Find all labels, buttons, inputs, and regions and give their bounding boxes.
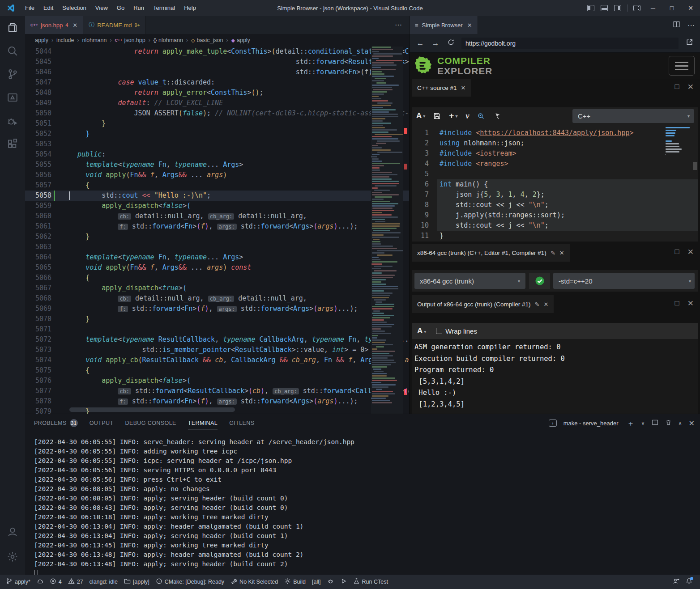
breadcrumb-item[interactable]: ◇basic_json <box>191 37 223 43</box>
sidebar-item-account-icon[interactable] <box>0 520 25 543</box>
menu-file[interactable]: File <box>21 0 39 16</box>
split-terminal-icon[interactable] <box>652 419 658 428</box>
maximize-pane-icon[interactable]: □ <box>674 82 679 92</box>
menu-help[interactable]: Help <box>179 0 201 16</box>
sidebar-item-run-debug-icon[interactable] <box>0 109 25 132</box>
customize-layout-icon[interactable] <box>633 5 640 11</box>
maximize-pane-icon[interactable]: □ <box>674 299 679 308</box>
panel-tab-output[interactable]: OUTPUT <box>90 414 114 432</box>
toggle-panel-icon[interactable] <box>601 5 608 11</box>
tab-readme-md[interactable]: ⓘREADME.md9+ <box>83 16 146 34</box>
ce-compiler-tab[interactable]: x86-64 gcc (trunk) (C++, Editor #1, Comp… <box>412 244 570 262</box>
statusbar-cmake-launch[interactable] <box>337 575 350 589</box>
breadcrumb-item[interactable]: C++json.hpp <box>115 37 145 43</box>
close-pane-icon[interactable]: ✕ <box>687 247 694 257</box>
terminal-output[interactable]: [2022-04-30 06:05:55] INFO: serve_header… <box>34 437 696 575</box>
statusbar-cmake-target[interactable]: [all] <box>309 575 324 589</box>
breadcrumb-item[interactable]: include <box>56 37 74 43</box>
statusbar-git-branch-status[interactable]: apply* <box>3 575 34 589</box>
statusbar-cmake-debug[interactable] <box>324 575 337 589</box>
statusbar-cmake-kit[interactable]: No Kit Selected <box>227 575 281 589</box>
wrap-lines-checkbox[interactable]: Wrap lines <box>436 327 477 335</box>
maximize-panel-icon[interactable]: ∧ <box>679 420 682 426</box>
terminal-dropdown-icon[interactable]: ∨ <box>641 420 645 426</box>
close-window-button[interactable]: ✕ <box>681 0 700 16</box>
statusbar-cmake-folder[interactable]: [apply] <box>121 575 153 589</box>
breadcrumb-item[interactable]: apply <box>35 37 48 43</box>
close-pane-icon[interactable]: ✕ <box>544 301 549 308</box>
panel-tab-problems[interactable]: PROBLEMS31 <box>34 414 78 432</box>
open-external-icon[interactable] <box>685 38 694 48</box>
statusbar-error-count[interactable]: 4 <box>47 575 65 589</box>
url-input[interactable] <box>461 38 679 49</box>
vim-toggle-icon[interactable]: v <box>465 111 469 121</box>
sidebar-item-settings-icon[interactable] <box>0 545 25 568</box>
statusbar-feedback[interactable] <box>670 575 683 589</box>
close-panel-icon[interactable]: ✕ <box>689 419 695 428</box>
kill-terminal-icon[interactable] <box>665 419 672 428</box>
back-icon[interactable]: ← <box>416 39 425 48</box>
more-actions-icon[interactable]: ⋯ <box>687 21 696 30</box>
ce-output-tab[interactable]: Output of x86-64 gcc (trunk) (Compiler #… <box>412 295 554 313</box>
breadcrumb-item[interactable]: ◆apply <box>231 37 250 43</box>
rename-pane-icon[interactable]: ✎ <box>535 301 540 308</box>
maximize-pane-icon[interactable]: □ <box>674 247 679 257</box>
tab-json-hpp[interactable]: C++json.hpp4✕ <box>25 16 83 34</box>
panel-tab-gitlens[interactable]: GITLENS <box>229 414 254 432</box>
statusbar-cmake-status[interactable]: CMake: [Debug]: Ready <box>153 575 227 589</box>
code-editor[interactable]: 5044 return apply_make_tuple<ConstThis>(… <box>25 47 409 414</box>
font-size-button[interactable]: A▾ <box>417 326 426 335</box>
sidebar-item-extensions-icon[interactable] <box>0 132 25 156</box>
sidebar-item-source-control-icon[interactable] <box>0 63 25 86</box>
new-terminal-icon[interactable]: ＋ <box>627 418 634 428</box>
menu-selection[interactable]: Selection <box>58 0 90 16</box>
breadcrumb-item[interactable]: nlohmann <box>82 37 107 43</box>
sidebar-item-explorer-icon[interactable] <box>0 16 25 39</box>
close-tab-icon[interactable]: ✕ <box>73 22 77 29</box>
panel-tab-debug-console[interactable]: DEBUG CONSOLE <box>125 414 176 432</box>
panel-tab-terminal[interactable]: TERMINAL <box>188 414 218 432</box>
ce-source-tab[interactable]: C++ source #1 ✕ <box>412 79 471 97</box>
statusbar-notifications[interactable] <box>683 575 696 589</box>
compiler-select[interactable]: x86-64 gcc (trunk) ▾ <box>414 273 525 289</box>
forward-icon[interactable]: → <box>431 39 440 48</box>
save-icon[interactable] <box>433 112 441 120</box>
statusbar-cmake-build[interactable]: Build <box>281 575 309 589</box>
cursor-tool-icon[interactable] <box>493 112 500 120</box>
menu-go[interactable]: Go <box>112 0 129 16</box>
sidebar-item-search-icon[interactable] <box>0 39 25 63</box>
menu-edit[interactable]: Edit <box>39 0 58 16</box>
ce-menu-button[interactable] <box>669 56 695 76</box>
ce-source-editor[interactable]: 1#include <https://localhost:8443/apply/… <box>412 124 698 242</box>
reload-icon[interactable] <box>446 38 455 48</box>
minimize-button[interactable]: ─ <box>644 0 662 16</box>
statusbar-publish-changes[interactable] <box>34 575 47 589</box>
minimap[interactable] <box>371 47 403 414</box>
close-pane-icon[interactable]: ✕ <box>687 299 694 308</box>
close-pane-icon[interactable]: ✕ <box>559 250 564 256</box>
close-pane-icon[interactable]: ✕ <box>687 82 694 92</box>
toggle-sidebar-icon[interactable] <box>587 5 594 11</box>
add-pane-button[interactable]: +▾ <box>449 111 457 121</box>
compiler-options-input[interactable]: -std=c++20 ▾ <box>553 273 695 289</box>
statusbar-clangd-status[interactable]: clangd: idle <box>86 575 121 589</box>
rename-pane-icon[interactable]: ✎ <box>551 250 555 256</box>
toggle-secondary-sidebar-icon[interactable] <box>614 5 621 11</box>
statusbar-run-ctest[interactable]: Run CTest <box>350 575 391 589</box>
zoom-icon[interactable] <box>477 112 485 120</box>
tab-simple-browser[interactable]: ≡ Simple Browser ✕ <box>410 16 478 34</box>
breadcrumb-item[interactable]: {}nlohmann <box>154 37 183 43</box>
close-tab-icon[interactable]: ✕ <box>467 22 472 29</box>
close-pane-icon[interactable]: ✕ <box>461 85 466 91</box>
menu-run[interactable]: Run <box>129 0 149 16</box>
language-select[interactable]: C++ ▾ <box>572 109 694 123</box>
menu-terminal[interactable]: Terminal <box>149 0 179 16</box>
maximize-button[interactable]: □ <box>662 0 681 16</box>
split-editor-icon[interactable] <box>673 21 680 30</box>
menu-view[interactable]: View <box>91 0 112 16</box>
sidebar-item-cmake-icon[interactable] <box>0 86 25 109</box>
ce-minimap[interactable] <box>666 127 691 167</box>
statusbar-warning-count[interactable]: 27 <box>65 575 86 589</box>
editor-actions-ellipsis-icon[interactable]: ⋯ <box>395 16 403 34</box>
terminal-title[interactable]: make - serve_header <box>563 420 619 427</box>
